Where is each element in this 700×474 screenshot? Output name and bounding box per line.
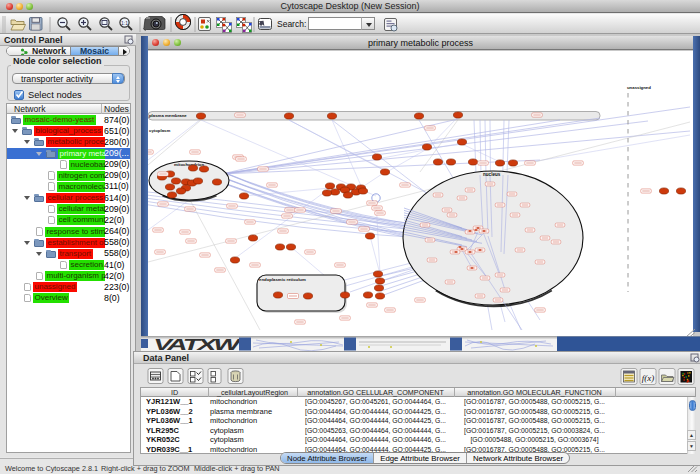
svg-text:endoplasmic reticulum: endoplasmic reticulum (259, 277, 306, 282)
svg-text:f(x): f(x) (642, 373, 655, 383)
svg-text:VATXW: VATXW (151, 336, 243, 351)
svg-text:cytoplasm: cytoplasm (149, 128, 170, 133)
svg-text:nucleus: nucleus (483, 172, 501, 177)
svg-text:unassigned: unassigned (627, 85, 651, 90)
svg-text:plasma membrane: plasma membrane (149, 113, 187, 118)
